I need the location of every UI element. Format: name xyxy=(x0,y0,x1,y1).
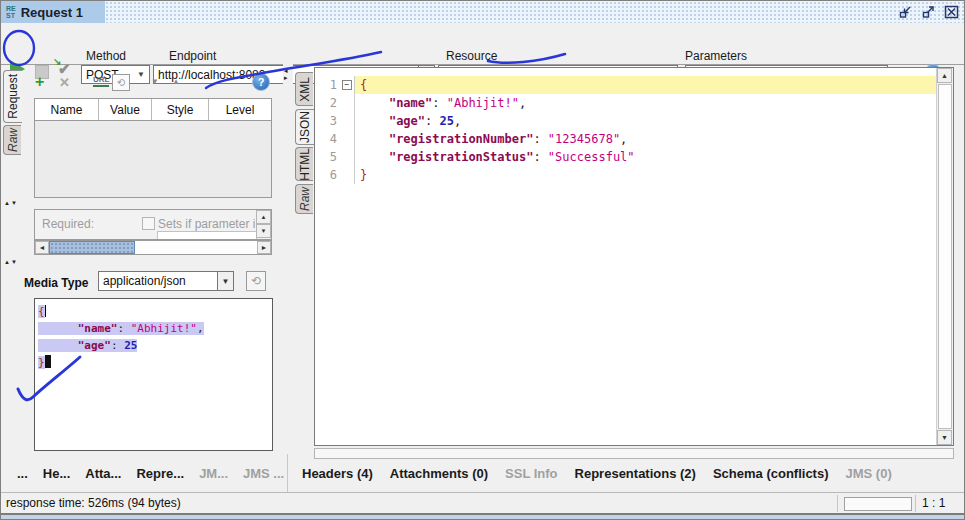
v-scrollbar-thumb[interactable] xyxy=(938,84,952,429)
param-detail-field[interactable] xyxy=(157,231,257,240)
tab-repre[interactable]: Repre... xyxy=(136,466,184,481)
table-header-cell[interactable]: Style xyxy=(152,99,209,120)
required-checkbox[interactable] xyxy=(142,217,155,230)
response-tab-xml[interactable]: XML xyxy=(295,72,313,106)
close-window-button[interactable] xyxy=(943,4,960,20)
tab-schema-conflicts[interactable]: Schema (conflicts) xyxy=(713,466,829,481)
rest-icon: REST xyxy=(6,5,16,19)
code-token: "registrationNumber" xyxy=(389,132,534,146)
code-token: : xyxy=(118,322,131,335)
code-line: 5 "registrationStatus": "Successful" xyxy=(315,148,953,166)
scroll-down-button[interactable]: ▼ xyxy=(937,430,952,445)
move-down-button[interactable]: ▼ xyxy=(151,77,159,86)
add-param-row-button[interactable]: + xyxy=(35,73,44,91)
code-token: "name" xyxy=(78,322,118,335)
tab-label: JSON xyxy=(298,111,312,143)
fold-column xyxy=(341,94,355,112)
left-arrow-icon: ◄ xyxy=(39,244,46,251)
table-header-cell[interactable]: Value xyxy=(99,99,152,120)
table-header-cell[interactable]: Level xyxy=(209,99,271,120)
progress-indicator xyxy=(844,497,912,511)
response-tab-html[interactable]: HTML xyxy=(295,147,313,181)
code-token: , xyxy=(197,322,204,335)
panel-splitter[interactable]: ◂▸ xyxy=(283,64,293,454)
collapse-arrows[interactable]: ◂▸ xyxy=(284,67,288,81)
down-arrow-icon: ▼ xyxy=(941,434,948,441)
code-text: "age": 25 xyxy=(38,339,137,352)
table-header-cell[interactable]: Name xyxy=(35,99,99,120)
recreate-default-content-button[interactable]: ⟲ xyxy=(246,271,266,291)
scroll-down-button[interactable]: ▼ xyxy=(256,224,271,238)
tab-label: Raw xyxy=(6,128,20,152)
fold-marker-icon[interactable]: − xyxy=(342,80,352,90)
media-type-select[interactable]: application/json xyxy=(98,271,218,291)
code-text: } xyxy=(355,166,953,184)
request-toolbar: ↘ ✔ Method POST ▼ Endpoint http://localh… xyxy=(1,23,964,65)
move-up-button[interactable]: ▲ xyxy=(172,77,180,86)
tab-jm: JM... xyxy=(199,466,228,481)
code-token: } xyxy=(360,168,367,182)
splitter-handle[interactable]: ▲▼ xyxy=(4,200,18,206)
code-token: : xyxy=(533,150,547,164)
line-number: 4 xyxy=(315,130,341,148)
url-encode-button[interactable]: URL xyxy=(93,75,109,87)
code-line: 1−{ xyxy=(315,76,953,94)
tab-headers-4[interactable]: Headers (4) xyxy=(302,466,373,481)
code-token: : xyxy=(111,339,124,352)
tab-raw[interactable]: Raw xyxy=(3,125,21,155)
code-token xyxy=(360,96,389,110)
details-v-scrollbar[interactable]: ▲ ▼ xyxy=(256,210,271,239)
scroll-left-button[interactable]: ◄ xyxy=(35,241,49,254)
code-token xyxy=(360,132,389,146)
fold-column: − xyxy=(341,76,355,94)
code-token: "Successful" xyxy=(548,150,635,164)
response-v-scrollbar[interactable]: ▲ ▼ xyxy=(936,68,953,445)
code-line: { xyxy=(35,303,272,320)
scroll-right-button[interactable]: ► xyxy=(257,241,271,254)
splitter-handle[interactable]: ▲▼ xyxy=(4,259,18,265)
tab-label: XML xyxy=(298,77,312,102)
params-help-button[interactable]: ? xyxy=(252,73,270,91)
code-text: "registrationStatus": "Successful" xyxy=(355,148,953,166)
code-token: { xyxy=(38,305,45,318)
tab-representations-2[interactable]: Representations (2) xyxy=(575,466,696,481)
revert-button[interactable]: ⟲ xyxy=(112,74,130,91)
delete-param-button[interactable]: ✕ xyxy=(59,75,70,90)
code-line: "name": "Abhijit!", xyxy=(35,320,272,337)
scroll-up-button[interactable]: ▲ xyxy=(937,68,952,83)
tab-[interactable]: ... xyxy=(17,466,28,481)
request-body-editor[interactable]: { "name": "Abhijit!", "age": 25} xyxy=(34,298,273,451)
response-tab-json[interactable]: JSON xyxy=(295,109,314,145)
fold-column xyxy=(341,148,355,166)
details-h-scrollbar[interactable]: ◄ ► xyxy=(34,240,272,255)
params-table[interactable]: NameValueStyleLevel xyxy=(34,98,272,198)
tab-atta[interactable]: Atta... xyxy=(85,466,121,481)
tab-label: Request xyxy=(6,74,20,119)
tab-he[interactable]: He... xyxy=(43,466,70,481)
media-type-dropdown-button[interactable]: ▼ xyxy=(217,271,234,291)
down-arrow-icon: ▼ xyxy=(261,228,267,234)
response-tab-raw[interactable]: Raw xyxy=(295,184,313,214)
code-token: , xyxy=(454,114,461,128)
fold-column xyxy=(341,112,355,130)
question-icon: ? xyxy=(258,76,265,88)
tab-attachments-0[interactable]: Attachments (0) xyxy=(390,466,488,481)
restore-window-button[interactable] xyxy=(897,4,914,20)
response-editor[interactable]: 1−{2 "name": "Abhijit!",3 "age": 25,4 "r… xyxy=(314,67,954,446)
code-token: : xyxy=(425,114,439,128)
titlebar[interactable]: REST Request 1 xyxy=(1,1,964,24)
code-line: } xyxy=(35,354,272,371)
divider xyxy=(837,495,838,512)
scroll-up-button[interactable]: ▲ xyxy=(256,210,271,224)
tab-request[interactable]: Request xyxy=(3,70,22,123)
h-scrollbar-track[interactable] xyxy=(135,241,257,254)
line-number: 5 xyxy=(315,148,341,166)
maximize-window-button[interactable] xyxy=(920,4,937,20)
params-table-header: NameValueStyleLevel xyxy=(35,99,271,121)
line-number: 6 xyxy=(315,166,341,184)
code-text: "age": 25, xyxy=(355,112,953,130)
fold-column xyxy=(341,166,355,184)
code-token: "age" xyxy=(389,114,425,128)
h-scrollbar-thumb[interactable] xyxy=(49,241,135,254)
request-bottom-tabs: ...He...Atta...Repre...JM...JMS ... xyxy=(17,456,277,490)
